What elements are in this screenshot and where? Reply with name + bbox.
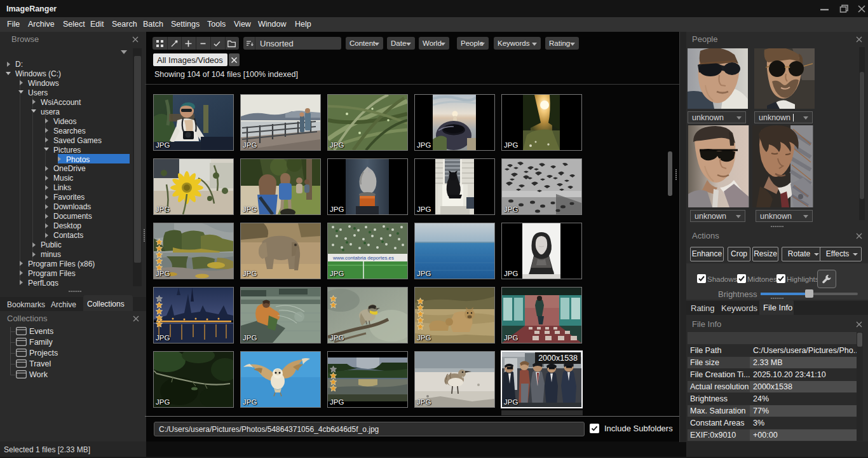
svg-text:www.contabria deportes.es: www.contabria deportes.es	[332, 255, 394, 261]
